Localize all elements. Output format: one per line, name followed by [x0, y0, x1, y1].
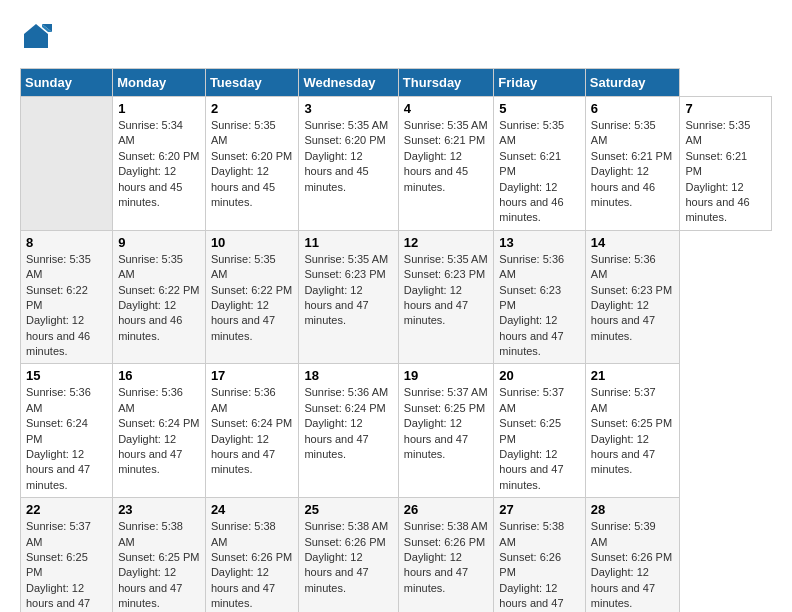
day-number: 11 — [304, 235, 392, 250]
day-number: 9 — [118, 235, 200, 250]
calendar-cell: 26 Sunrise: 5:38 AMSunset: 6:26 PMDaylig… — [398, 498, 493, 612]
calendar-week-row: 22 Sunrise: 5:37 AMSunset: 6:25 PMDaylig… — [21, 498, 772, 612]
calendar-cell: 28 Sunrise: 5:39 AMSunset: 6:26 PMDaylig… — [585, 498, 680, 612]
day-number: 13 — [499, 235, 579, 250]
day-info: Sunrise: 5:38 AMSunset: 6:26 PMDaylight:… — [304, 520, 388, 594]
day-info: Sunrise: 5:35 AMSunset: 6:21 PMDaylight:… — [404, 119, 488, 193]
calendar-cell: 25 Sunrise: 5:38 AMSunset: 6:26 PMDaylig… — [299, 498, 398, 612]
day-info: Sunrise: 5:36 AMSunset: 6:23 PMDaylight:… — [499, 253, 564, 357]
calendar-table: SundayMondayTuesdayWednesdayThursdayFrid… — [20, 68, 772, 612]
logo-icon — [20, 20, 52, 52]
calendar-cell: 11 Sunrise: 5:35 AMSunset: 6:23 PMDaylig… — [299, 230, 398, 364]
day-number: 17 — [211, 368, 294, 383]
calendar-cell: 24 Sunrise: 5:38 AMSunset: 6:26 PMDaylig… — [205, 498, 299, 612]
day-number: 27 — [499, 502, 579, 517]
day-number: 12 — [404, 235, 488, 250]
day-info: Sunrise: 5:36 AMSunset: 6:23 PMDaylight:… — [591, 253, 672, 342]
day-info: Sunrise: 5:37 AMSunset: 6:25 PMDaylight:… — [404, 386, 488, 460]
day-info: Sunrise: 5:36 AMSunset: 6:24 PMDaylight:… — [304, 386, 388, 460]
calendar-cell: 20 Sunrise: 5:37 AMSunset: 6:25 PMDaylig… — [494, 364, 585, 498]
day-number: 5 — [499, 101, 579, 116]
day-number: 22 — [26, 502, 107, 517]
day-info: Sunrise: 5:39 AMSunset: 6:26 PMDaylight:… — [591, 520, 672, 609]
col-header-friday: Friday — [494, 69, 585, 97]
day-info: Sunrise: 5:35 AMSunset: 6:20 PMDaylight:… — [211, 119, 292, 208]
calendar-cell — [21, 97, 113, 231]
col-header-thursday: Thursday — [398, 69, 493, 97]
day-info: Sunrise: 5:38 AMSunset: 6:26 PMDaylight:… — [404, 520, 488, 594]
day-info: Sunrise: 5:35 AMSunset: 6:22 PMDaylight:… — [26, 253, 91, 357]
day-info: Sunrise: 5:35 AMSunset: 6:23 PMDaylight:… — [304, 253, 388, 327]
col-header-saturday: Saturday — [585, 69, 680, 97]
day-number: 26 — [404, 502, 488, 517]
calendar-cell: 21 Sunrise: 5:37 AMSunset: 6:25 PMDaylig… — [585, 364, 680, 498]
calendar-cell: 16 Sunrise: 5:36 AMSunset: 6:24 PMDaylig… — [113, 364, 206, 498]
day-info: Sunrise: 5:35 AMSunset: 6:21 PMDaylight:… — [685, 119, 750, 223]
day-info: Sunrise: 5:37 AMSunset: 6:25 PMDaylight:… — [499, 386, 564, 490]
col-header-wednesday: Wednesday — [299, 69, 398, 97]
calendar-cell: 27 Sunrise: 5:38 AMSunset: 6:26 PMDaylig… — [494, 498, 585, 612]
day-info: Sunrise: 5:38 AMSunset: 6:26 PMDaylight:… — [211, 520, 292, 609]
calendar-week-row: 15 Sunrise: 5:36 AMSunset: 6:24 PMDaylig… — [21, 364, 772, 498]
page-header — [20, 20, 772, 52]
day-info: Sunrise: 5:34 AMSunset: 6:20 PMDaylight:… — [118, 119, 199, 208]
day-number: 3 — [304, 101, 392, 116]
calendar-cell: 2 Sunrise: 5:35 AMSunset: 6:20 PMDayligh… — [205, 97, 299, 231]
day-info: Sunrise: 5:36 AMSunset: 6:24 PMDaylight:… — [211, 386, 292, 475]
day-info: Sunrise: 5:35 AMSunset: 6:23 PMDaylight:… — [404, 253, 488, 327]
day-number: 15 — [26, 368, 107, 383]
day-info: Sunrise: 5:38 AMSunset: 6:26 PMDaylight:… — [499, 520, 564, 612]
day-number: 25 — [304, 502, 392, 517]
calendar-header-row: SundayMondayTuesdayWednesdayThursdayFrid… — [21, 69, 772, 97]
day-info: Sunrise: 5:35 AMSunset: 6:22 PMDaylight:… — [211, 253, 292, 342]
calendar-cell: 1 Sunrise: 5:34 AMSunset: 6:20 PMDayligh… — [113, 97, 206, 231]
day-number: 1 — [118, 101, 200, 116]
calendar-cell: 7 Sunrise: 5:35 AMSunset: 6:21 PMDayligh… — [680, 97, 772, 231]
day-number: 24 — [211, 502, 294, 517]
day-info: Sunrise: 5:35 AMSunset: 6:20 PMDaylight:… — [304, 119, 388, 193]
col-header-monday: Monday — [113, 69, 206, 97]
day-number: 21 — [591, 368, 675, 383]
day-info: Sunrise: 5:38 AMSunset: 6:25 PMDaylight:… — [118, 520, 199, 609]
day-number: 20 — [499, 368, 579, 383]
day-number: 18 — [304, 368, 392, 383]
day-info: Sunrise: 5:35 AMSunset: 6:21 PMDaylight:… — [499, 119, 564, 223]
day-number: 4 — [404, 101, 488, 116]
day-info: Sunrise: 5:35 AMSunset: 6:21 PMDaylight:… — [591, 119, 672, 208]
calendar-cell: 14 Sunrise: 5:36 AMSunset: 6:23 PMDaylig… — [585, 230, 680, 364]
day-info: Sunrise: 5:36 AMSunset: 6:24 PMDaylight:… — [26, 386, 91, 490]
calendar-cell: 6 Sunrise: 5:35 AMSunset: 6:21 PMDayligh… — [585, 97, 680, 231]
calendar-cell: 22 Sunrise: 5:37 AMSunset: 6:25 PMDaylig… — [21, 498, 113, 612]
calendar-cell: 15 Sunrise: 5:36 AMSunset: 6:24 PMDaylig… — [21, 364, 113, 498]
day-number: 28 — [591, 502, 675, 517]
calendar-cell: 8 Sunrise: 5:35 AMSunset: 6:22 PMDayligh… — [21, 230, 113, 364]
calendar-cell: 23 Sunrise: 5:38 AMSunset: 6:25 PMDaylig… — [113, 498, 206, 612]
day-number: 6 — [591, 101, 675, 116]
day-info: Sunrise: 5:35 AMSunset: 6:22 PMDaylight:… — [118, 253, 199, 342]
col-header-tuesday: Tuesday — [205, 69, 299, 97]
day-number: 16 — [118, 368, 200, 383]
calendar-cell: 18 Sunrise: 5:36 AMSunset: 6:24 PMDaylig… — [299, 364, 398, 498]
day-number: 14 — [591, 235, 675, 250]
calendar-cell: 4 Sunrise: 5:35 AMSunset: 6:21 PMDayligh… — [398, 97, 493, 231]
calendar-cell: 10 Sunrise: 5:35 AMSunset: 6:22 PMDaylig… — [205, 230, 299, 364]
calendar-cell: 17 Sunrise: 5:36 AMSunset: 6:24 PMDaylig… — [205, 364, 299, 498]
day-info: Sunrise: 5:36 AMSunset: 6:24 PMDaylight:… — [118, 386, 199, 475]
day-number: 7 — [685, 101, 766, 116]
day-number: 23 — [118, 502, 200, 517]
calendar-cell: 9 Sunrise: 5:35 AMSunset: 6:22 PMDayligh… — [113, 230, 206, 364]
day-info: Sunrise: 5:37 AMSunset: 6:25 PMDaylight:… — [591, 386, 672, 475]
day-number: 19 — [404, 368, 488, 383]
day-number: 10 — [211, 235, 294, 250]
day-number: 8 — [26, 235, 107, 250]
day-number: 2 — [211, 101, 294, 116]
calendar-week-row: 8 Sunrise: 5:35 AMSunset: 6:22 PMDayligh… — [21, 230, 772, 364]
calendar-cell: 5 Sunrise: 5:35 AMSunset: 6:21 PMDayligh… — [494, 97, 585, 231]
calendar-cell: 3 Sunrise: 5:35 AMSunset: 6:20 PMDayligh… — [299, 97, 398, 231]
day-info: Sunrise: 5:37 AMSunset: 6:25 PMDaylight:… — [26, 520, 91, 612]
col-header-sunday: Sunday — [21, 69, 113, 97]
calendar-cell: 13 Sunrise: 5:36 AMSunset: 6:23 PMDaylig… — [494, 230, 585, 364]
logo — [20, 20, 56, 52]
calendar-cell: 19 Sunrise: 5:37 AMSunset: 6:25 PMDaylig… — [398, 364, 493, 498]
calendar-cell: 12 Sunrise: 5:35 AMSunset: 6:23 PMDaylig… — [398, 230, 493, 364]
